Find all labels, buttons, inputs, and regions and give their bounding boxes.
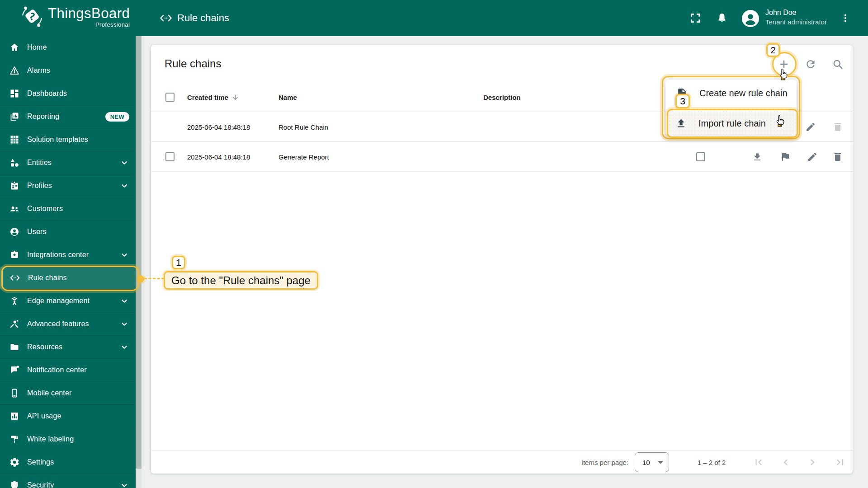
chart-icon [9,411,20,422]
sidebar-item-profiles[interactable]: Profiles [0,174,136,197]
user-name: John Doe [765,8,827,17]
dashboards-icon [9,88,20,99]
chevron-down-icon [119,480,129,488]
antenna-icon [9,296,20,306]
delete-rule-chain-button[interactable] [829,148,847,166]
integration-icon [9,249,20,260]
sidebar-item-advanced-features[interactable]: Advanced features [0,313,136,336]
more-menu-button[interactable] [836,9,854,27]
chevron-down-icon [119,342,129,352]
chevron-left-icon [780,456,792,468]
previous-page-button[interactable] [777,453,795,471]
column-header-name[interactable]: Name [278,82,297,112]
sidebar-item-notification-center[interactable]: Notification center [0,359,136,382]
sidebar-item-edge-management[interactable]: Edge management [0,290,136,313]
tutorial-step-3-badge: 3 [675,94,690,108]
tutorial-highlight-menu: Create new rule chain Import rule chain … [662,76,800,139]
app-logo[interactable]: ThingsBoard Professional [21,5,130,28]
last-page-icon [834,456,846,468]
page-size-select[interactable]: 10 [635,452,669,472]
message-icon [9,365,20,375]
folder-icon [9,342,20,352]
created-time-cell: 2025-06-04 18:48:18 [187,142,250,172]
flag-icon [780,151,791,162]
thingsboard-logo-icon [21,5,43,28]
fullscreen-button[interactable] [686,9,704,27]
edit-rule-chain-button[interactable] [803,148,821,166]
export-rule-chain-button[interactable] [748,148,766,166]
make-root-button[interactable] [776,148,794,166]
sidebar-item-home[interactable]: Home [0,36,136,59]
sidebar-item-dashboards[interactable]: Dashboards [0,82,136,105]
alarm-icon [9,65,20,76]
name-cell: Root Rule Chain [278,112,328,142]
user-info[interactable]: John Doe Tenant administrator [765,8,827,27]
sidebar-item-alarms[interactable]: Alarms [0,59,136,82]
select-all-checkbox[interactable] [165,82,175,112]
home-icon [9,42,20,53]
sidebar-item-integrations-center[interactable]: Integrations center [0,244,136,267]
column-header-created-time[interactable]: Created time [187,82,239,112]
edit-rule-chain-button[interactable] [802,118,820,136]
search-icon [832,58,844,70]
person-icon [9,226,20,237]
chevron-down-icon [119,250,129,260]
select-arrow-icon [658,461,663,464]
user-role: Tenant administrator [765,17,827,27]
checkbox-icon [165,152,175,161]
delete-rule-chain-button [829,118,847,136]
sidebar-item-customers[interactable]: Customers [0,197,136,221]
sidebar-item-security[interactable]: Security [0,474,136,488]
sidebar-item-reporting[interactable]: Reporting NEW [0,105,136,128]
checkbox-icon [696,152,705,161]
page-size-value: 10 [642,459,650,466]
root-checkbox[interactable] [696,142,705,172]
tutorial-step-1-tooltip: Go to the "Rule chains" page [164,271,318,290]
row-checkbox[interactable] [165,142,175,172]
created-time-cell: 2025-06-04 18:48:18 [187,112,250,142]
chevron-down-icon [119,181,129,191]
page-range-label: 1 – 2 of 2 [689,450,734,474]
notifications-button[interactable] [713,9,731,27]
pagination-bar: Items per page: 10 1 – 2 of 2 [151,450,853,474]
hand-cursor-icon [774,114,787,128]
name-cell: Generate Report [278,142,329,172]
kebab-menu-icon [840,13,851,23]
refresh-button[interactable] [802,55,820,73]
breadcrumb-label: Rule chains [177,12,229,24]
chevron-down-icon [119,158,129,168]
tools-icon [9,319,20,329]
first-page-button[interactable] [750,453,768,471]
search-button[interactable] [829,55,847,73]
refresh-icon [805,58,816,70]
sidebar-item-solution-templates[interactable]: Solution templates [0,128,136,151]
user-avatar-icon [742,10,759,27]
upload-icon [675,118,687,129]
trash-icon [832,122,843,132]
sidebar-item-white-labeling[interactable]: White labeling [0,428,136,451]
last-page-button[interactable] [831,453,849,471]
gear-icon [9,457,20,468]
new-badge: NEW [105,112,129,122]
bell-icon [716,12,728,24]
tutorial-connector-dot [137,276,144,282]
checkbox-icon [165,93,175,102]
sidebar-item-entities[interactable]: Entities [0,151,136,174]
next-page-button[interactable] [803,453,821,471]
tutorial-step-1-badge: 1 [172,256,185,269]
sidebar-item-users[interactable]: Users [0,221,136,244]
paint-roller-icon [9,434,20,445]
sidebar-item-mobile-center[interactable]: Mobile center [0,382,136,405]
sort-arrow-down-icon [231,94,239,101]
rule-chain-breadcrumb-icon [159,13,173,23]
table-row-generate-report[interactable]: 2025-06-04 18:48:18 Generate Report [151,142,853,172]
avatar[interactable] [742,10,759,27]
sidebar-item-settings[interactable]: Settings [0,451,136,474]
sidebar-scrollbar-thumb[interactable] [136,36,142,469]
sidebar-item-resources[interactable]: Resources [0,336,136,359]
sidebar-item-api-usage[interactable]: API usage [0,405,136,428]
column-header-description[interactable]: Description [483,82,521,112]
shapes-icon [9,157,20,168]
fullscreen-icon [689,12,701,24]
phone-icon [9,388,20,399]
